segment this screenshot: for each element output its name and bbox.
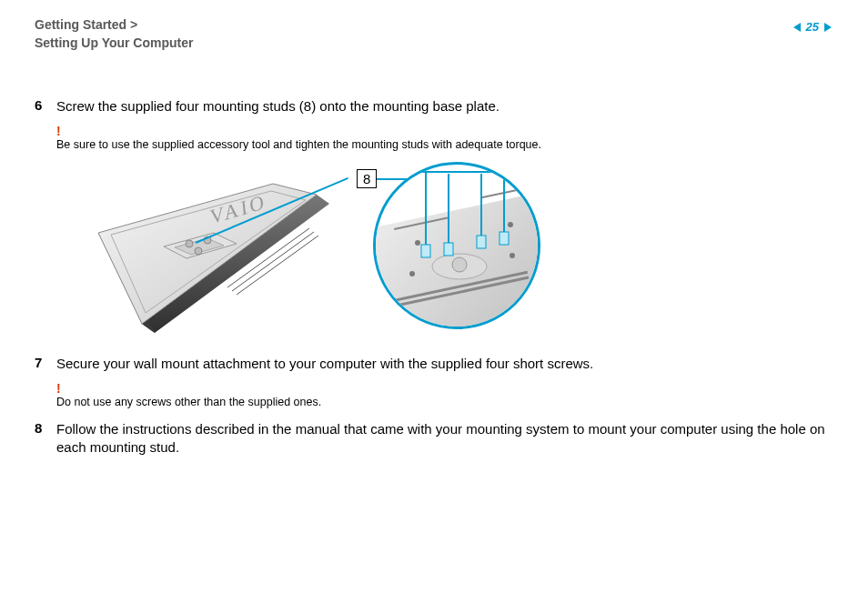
svg-point-31 [508, 222, 513, 227]
step-number: 8 [35, 420, 56, 457]
page-number: 25 [806, 20, 819, 34]
prev-page-icon[interactable] [793, 23, 801, 32]
step-8: 8 Follow the instructions described in t… [35, 420, 832, 457]
step-text: Secure your wall mount attachment to you… [56, 355, 832, 373]
svg-rect-25 [444, 243, 453, 256]
warning-icon: ! [56, 125, 832, 137]
svg-point-15 [452, 257, 467, 272]
figure-callout-label: 8 [357, 169, 377, 188]
page-navigation: 25 [793, 20, 832, 34]
svg-point-7 [186, 240, 193, 247]
svg-rect-26 [477, 236, 486, 248]
breadcrumb-line-2: Setting Up Your Computer [35, 35, 193, 53]
step-7: 7 Secure your wall mount attachment to y… [35, 355, 832, 410]
svg-point-9 [195, 247, 202, 255]
svg-point-30 [415, 240, 420, 246]
svg-rect-27 [500, 232, 509, 245]
page-content: 6 Screw the supplied four mounting studs… [0, 63, 868, 457]
breadcrumb: Getting Started > Setting Up Your Comput… [35, 16, 193, 52]
figure-mounting-studs: VAIO 8 [91, 169, 832, 342]
svg-rect-19 [480, 186, 534, 198]
svg-rect-24 [421, 245, 430, 257]
figure-monitor-back: VAIO [91, 178, 346, 337]
warning-text: Be sure to use the supplied accessory to… [56, 137, 832, 152]
figure-zoom-circle [373, 162, 540, 329]
svg-point-28 [409, 271, 415, 276]
warning-icon: ! [56, 382, 832, 395]
next-page-icon[interactable] [824, 23, 832, 32]
warning-text: Do not use any screws other than the sup… [56, 395, 832, 409]
step-text: Follow the instructions described in the… [56, 420, 832, 457]
step-6: 6 Screw the supplied four mounting studs… [35, 97, 832, 153]
step-number: 7 [35, 355, 56, 410]
step-text: Screw the supplied four mounting studs (… [56, 97, 832, 116]
svg-point-29 [510, 253, 515, 258]
step-number: 6 [35, 97, 56, 153]
breadcrumb-line-1: Getting Started > [35, 16, 193, 35]
figure-zoom-detail [376, 165, 540, 329]
